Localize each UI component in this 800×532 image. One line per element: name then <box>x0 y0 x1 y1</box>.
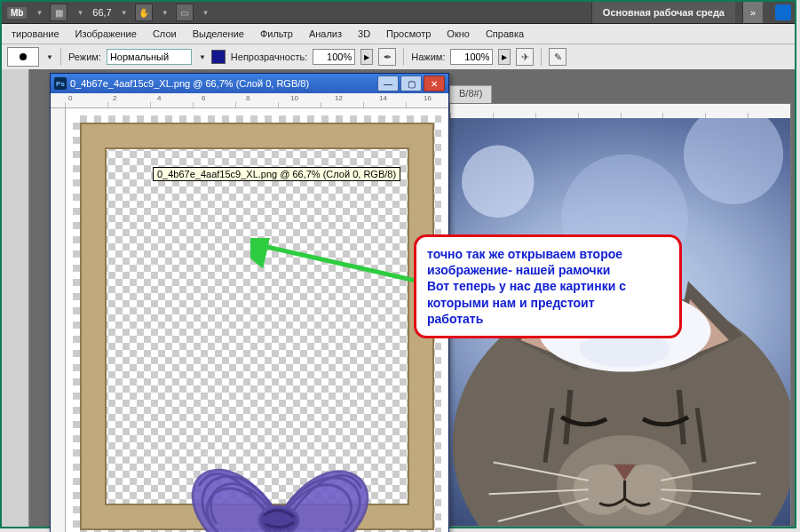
cs-live-icon[interactable] <box>775 4 791 20</box>
ruler-horizontal <box>450 104 790 119</box>
annotation-callout: точно так же открываем второе изображени… <box>414 234 682 338</box>
tools-panel[interactable] <box>2 69 29 527</box>
chevron-down-icon[interactable]: ▼ <box>36 9 43 17</box>
ruler-tick-label: 2 <box>113 94 116 102</box>
app-frame: Mb ▼ ▦ ▼ 66,7 ▼ ✋ ▼ ▭ ▼ Основная рабочая… <box>0 0 796 528</box>
divider <box>541 48 542 66</box>
opacity-label: Непрозрачность: <box>231 52 307 62</box>
photoshop-doc-icon: Ps <box>54 77 67 90</box>
zoom-value[interactable]: 66,7 <box>92 7 111 18</box>
menu-analysis[interactable]: Анализ <box>301 26 350 42</box>
ruler-tick-label: 8 <box>246 94 250 102</box>
chevron-down-icon[interactable]: ▼ <box>46 53 53 61</box>
hand-tool-icon[interactable]: ✋ <box>135 4 153 21</box>
callout-line: Вот теперь у нас две картинки с <box>427 279 626 293</box>
tool-options-bar: ▼ Режим: ▼ Непрозрачность: ▶ ✒ Нажим: ▶ … <box>2 44 795 70</box>
menu-layers[interactable]: Слои <box>145 26 185 42</box>
main-menu-bar: тирование Изображение Слои Выделение Фил… <box>2 24 795 44</box>
chevron-down-icon[interactable]: ▼ <box>162 9 169 17</box>
workspace-area: B/8#) <box>2 69 795 527</box>
menu-help[interactable]: Справка <box>478 26 532 42</box>
brush-dot-icon <box>20 53 27 60</box>
filename-tooltip: 0_4b67e_4aaf15c9_XL.png @ 66,7% (Слой 0,… <box>153 167 400 181</box>
arrange-docs-icon[interactable]: ▦ <box>50 4 67 21</box>
pressure-opacity-icon[interactable]: ✒ <box>378 48 396 66</box>
menu-image[interactable]: Изображение <box>67 26 145 42</box>
tab-label: B/8#) <box>459 88 482 99</box>
screen-mode-icon[interactable]: ▭ <box>176 4 194 21</box>
opacity-slider-icon[interactable]: ▶ <box>360 49 373 65</box>
ruler-tick-label: 4 <box>157 94 161 102</box>
divider <box>60 48 61 66</box>
chevron-down-icon[interactable]: ▼ <box>76 9 83 17</box>
color-swatch-button[interactable] <box>211 50 226 64</box>
callout-line: которыми нам и предстоит <box>427 296 595 310</box>
menu-select[interactable]: Выделение <box>185 26 252 42</box>
airbrush-icon[interactable]: ✈ <box>516 48 534 66</box>
ruler-tick-label: 12 <box>335 94 343 102</box>
callout-line: точно так же открываем второе <box>427 247 622 261</box>
maximize-button[interactable]: ▢ <box>400 75 422 91</box>
callout-line: изображение- нашей рамочки <box>427 263 610 277</box>
ruler-tick-label: 10 <box>290 94 298 102</box>
svg-point-0 <box>462 146 535 218</box>
chevron-down-icon[interactable]: ▼ <box>199 53 206 61</box>
ruler-horizontal: 0 2 4 6 8 10 12 14 16 <box>51 93 448 108</box>
divider <box>403 48 404 66</box>
workspace-switcher[interactable]: Основная рабочая среда <box>591 2 735 23</box>
flow-label: Нажим: <box>411 52 445 62</box>
ruler-vertical <box>51 108 66 532</box>
menu-filter[interactable]: Фильтр <box>252 26 301 42</box>
minimize-button[interactable]: — <box>377 75 399 91</box>
menu-view[interactable]: Просмотр <box>378 26 439 42</box>
ruler-tick-label: 0 <box>68 94 72 102</box>
raffia-bow <box>177 410 381 532</box>
top-system-bar: Mb ▼ ▦ ▼ 66,7 ▼ ✋ ▼ ▭ ▼ Основная рабочая… <box>2 2 795 24</box>
menu-window[interactable]: Окно <box>439 26 478 42</box>
flow-slider-icon[interactable]: ▶ <box>498 49 511 65</box>
menu-edit[interactable]: тирование <box>4 26 67 42</box>
window-title-text: 0_4b67e_4aaf15c9_XL.png @ 66,7% (Слой 0,… <box>70 78 309 89</box>
ruler-tick-label: 6 <box>202 94 205 102</box>
svg-point-1 <box>684 118 783 204</box>
workspace-label-text: Основная рабочая среда <box>603 7 725 18</box>
blend-mode-label: Режим: <box>68 52 101 62</box>
menu-3d[interactable]: 3D <box>350 26 378 42</box>
chevron-down-icon[interactable]: ▼ <box>202 9 210 17</box>
workspace-expand-button[interactable]: » <box>742 2 763 23</box>
window-controls: — ▢ ✕ <box>377 75 445 91</box>
document-window-frame[interactable]: Ps 0_4b67e_4aaf15c9_XL.png @ 66,7% (Слой… <box>50 73 449 532</box>
chevron-down-icon[interactable]: ▼ <box>121 9 128 17</box>
blend-mode-select[interactable] <box>107 49 192 65</box>
ruler-tick-label: 14 <box>379 94 387 102</box>
flow-input[interactable] <box>450 49 493 65</box>
brush-preset-picker[interactable] <box>7 47 39 67</box>
opacity-input[interactable] <box>313 49 355 65</box>
ruler-tick-label: 16 <box>424 94 432 102</box>
close-button[interactable]: ✕ <box>424 75 445 91</box>
mb-button[interactable]: Mb <box>7 7 27 19</box>
callout-line: работать <box>427 312 483 326</box>
window-titlebar[interactable]: Ps 0_4b67e_4aaf15c9_XL.png @ 66,7% (Слой… <box>51 74 448 93</box>
tablet-pressure-icon[interactable]: ✎ <box>549 48 566 66</box>
